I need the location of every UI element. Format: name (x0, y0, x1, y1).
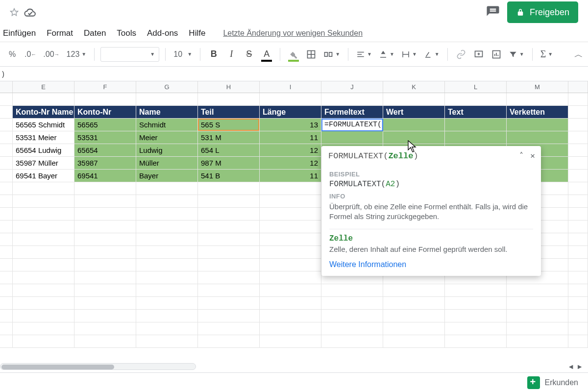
cell[interactable] (383, 119, 445, 131)
menu-tools[interactable]: Tools (117, 28, 136, 38)
cell[interactable]: 56565 Schmidt (13, 119, 74, 131)
bottom-bar: Erkunden (0, 372, 588, 392)
menu-insert[interactable]: Einfügen (3, 28, 36, 38)
col-header-K[interactable]: K (383, 81, 445, 93)
menu-help[interactable]: Hilfe (189, 28, 205, 38)
cell[interactable]: Bayer (136, 170, 198, 182)
vertical-align-button[interactable]: ▼ (377, 46, 396, 63)
cell[interactable]: 12 (260, 157, 321, 170)
header-konto: Konto-Nr (74, 106, 136, 119)
col-header[interactable] (0, 81, 13, 93)
open-comment-history-icon[interactable] (486, 5, 500, 20)
active-cell-formula[interactable]: =FORMULATEXT(H3) (321, 119, 383, 131)
tooltip-collapse-icon[interactable]: ˄ (519, 151, 523, 161)
scroll-left-icon[interactable]: ◄ (567, 363, 574, 370)
horizontal-align-button[interactable]: ▼ (354, 46, 374, 63)
share-button[interactable]: Freigeben (507, 1, 578, 23)
font-family-selector[interactable]: ▼ (100, 47, 159, 62)
col-header-E[interactable]: E (13, 81, 74, 93)
cell[interactable] (383, 131, 445, 144)
collapse-toolbar-icon[interactable]: ︿ (574, 49, 583, 60)
cell[interactable]: Meier (136, 131, 198, 144)
menu-data[interactable]: Daten (84, 28, 106, 38)
cell[interactable]: 11 (260, 170, 321, 182)
cell[interactable]: Müller (136, 157, 198, 170)
cell[interactable]: Ludwig (136, 144, 198, 157)
insert-link-button[interactable] (454, 46, 468, 63)
cell[interactable] (445, 119, 507, 131)
cell[interactable]: 65654 (74, 144, 136, 157)
create-filter-button[interactable]: ▼ (507, 46, 526, 63)
increase-decimal-button[interactable]: .00→ (41, 46, 61, 63)
font-size-selector[interactable]: 10▼ (172, 46, 194, 63)
format-as-percent-button[interactable]: % (5, 46, 20, 63)
text-color-button[interactable]: A (259, 46, 274, 63)
cell[interactable]: 69541 Bayer (13, 170, 74, 182)
menu-format[interactable]: Format (47, 28, 73, 38)
borders-button[interactable] (304, 46, 318, 63)
italic-button[interactable]: I (224, 46, 239, 63)
decrease-decimal-button[interactable]: .0← (23, 46, 38, 63)
cell[interactable]: 11 (260, 131, 321, 144)
explore-icon (527, 376, 540, 389)
more-formats-button[interactable]: 123▼ (65, 46, 89, 63)
last-change-link[interactable]: Letzte Änderung vor wenigen Sekunden (223, 29, 363, 38)
scrollbar-thumb[interactable] (1, 365, 114, 369)
horizontal-scrollbar[interactable] (0, 363, 196, 370)
cloud-saved-icon[interactable] (24, 7, 36, 18)
tooltip-example-label: BEISPIEL (329, 171, 533, 178)
cell[interactable]: 35987 (74, 157, 136, 170)
cell[interactable]: 12 (260, 144, 321, 157)
tooltip-close-icon[interactable]: ✕ (530, 151, 535, 161)
cell[interactable]: Schmidt (136, 119, 198, 131)
column-headers: E F G H I J K L M (0, 81, 588, 93)
tooltip-more-info-link[interactable]: Weitere Informationen (329, 260, 533, 269)
toolbar-separator (447, 48, 448, 61)
scroll-right-icon[interactable]: ► (576, 363, 583, 370)
cell-referenced[interactable]: 565 S (198, 119, 260, 131)
cell[interactable]: 65654 Ludwig (13, 144, 74, 157)
col-header-L[interactable]: L (445, 81, 507, 93)
star-icon[interactable] (10, 8, 19, 17)
cell[interactable]: 654 L (198, 144, 260, 157)
cell[interactable] (507, 119, 568, 131)
merge-cells-button[interactable]: ▼ (321, 46, 342, 63)
insert-chart-button[interactable] (489, 46, 504, 63)
spreadsheet-grid[interactable]: Konto-Nr Name Konto-Nr Name Teil Länge F… (0, 93, 588, 392)
formula-help-tooltip: FORMULATEXT(Zelle) ˄ ✕ BEISPIEL FORMULAT… (321, 146, 541, 276)
bold-button[interactable]: B (206, 46, 221, 63)
cell[interactable] (507, 131, 568, 144)
fill-color-button[interactable] (286, 46, 301, 63)
tooltip-info-text: Überprüft, ob eine Zelle eine Formel ent… (329, 202, 533, 222)
col-header-I[interactable]: I (260, 81, 321, 93)
text-rotation-button[interactable]: ▼ (422, 46, 441, 63)
cell[interactable]: 531 M (198, 131, 260, 144)
cell[interactable] (321, 131, 383, 144)
cell[interactable]: 53531 (74, 131, 136, 144)
col-header-M[interactable]: M (507, 81, 568, 93)
lock-icon (516, 8, 525, 17)
col-header-H[interactable]: H (198, 81, 260, 93)
col-header-J[interactable]: J (321, 81, 383, 93)
cell[interactable]: 56565 (74, 119, 136, 131)
cell[interactable]: 987 M (198, 157, 260, 170)
insert-comment-button[interactable] (471, 46, 486, 63)
toolbar-separator (200, 48, 200, 61)
cell[interactable] (445, 131, 507, 144)
text-wrapping-button[interactable]: ▼ (399, 46, 419, 63)
cell[interactable]: 541 B (198, 170, 260, 182)
cell[interactable]: 53531 Meier (13, 131, 74, 144)
col-header-G[interactable]: G (136, 81, 198, 93)
col-header-F[interactable]: F (74, 81, 136, 93)
functions-button[interactable]: Σ▼ (539, 46, 555, 63)
cell[interactable]: 13 (260, 119, 321, 131)
header-konto-name: Konto-Nr Name (13, 106, 74, 119)
cell[interactable]: 69541 (74, 170, 136, 182)
sheet-scroll-arrows: ◄ ► (567, 363, 583, 370)
menu-addons[interactable]: Add-ons (147, 28, 178, 38)
cell[interactable]: 35987 Müller (13, 157, 74, 170)
col-header[interactable] (568, 81, 588, 93)
formula-bar[interactable]: ) (0, 67, 588, 81)
strikethrough-button[interactable]: S (242, 46, 256, 63)
explore-button[interactable]: Erkunden (517, 376, 588, 389)
